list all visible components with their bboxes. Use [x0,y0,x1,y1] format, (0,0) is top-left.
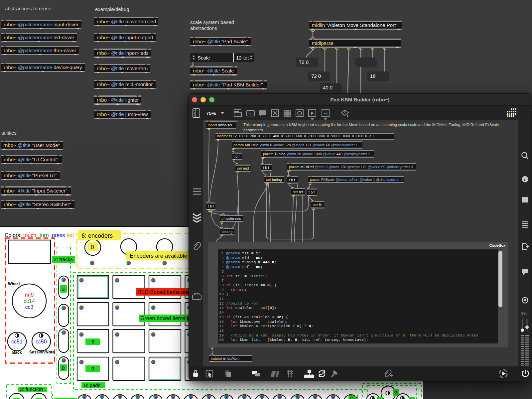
svg-text:cc3: cc3 [25,304,34,310]
svg-text:cc51: cc51 [11,339,23,344]
svg-text:led: led [67,232,74,238]
svg-text:nn9: nn9 [25,292,34,298]
svg-text:6: encoders: 6: encoders [81,232,113,239]
svg-text:0: pads: 0: pads [84,382,100,388]
svg-text:cc14: cc14 [24,298,35,304]
svg-text:3: function: 3: function [20,386,43,392]
svg-text:75%: 75% [206,111,216,116]
svg-text:i: i [524,177,525,182]
svg-text:press: press [52,232,65,238]
svg-text:2: 2 [394,390,397,395]
svg-text:m: m [249,111,251,115]
svg-text:1%: 1% [521,311,527,316]
svg-text:Encoders are available w: Encoders are available w [130,253,193,259]
svg-text:0: 0 [91,366,94,371]
svg-text:15: 15 [349,396,354,399]
svg-text:0: 0 [91,244,94,250]
svg-text:0: 0 [62,365,65,371]
svg-text:3: 3 [62,286,65,292]
svg-text:Green boxed items in: Green boxed items in [140,316,191,321]
svg-text:touch: touch [23,232,36,238]
svg-text:cc50: cc50 [36,339,47,344]
svg-text:Colors:: Colors: [5,232,22,238]
svg-text:Session/Note: Session/Note [29,350,55,354]
svg-text:8: 8 [91,339,94,344]
svg-text:RED Boxed Items are: RED Boxed Items are [137,289,189,295]
svg-text:turn: turn [40,232,49,238]
svg-text:2: tracks: 2: tracks [54,256,73,262]
svg-text:Wheel: Wheel [8,282,20,286]
svg-text:Back: Back [12,350,22,355]
